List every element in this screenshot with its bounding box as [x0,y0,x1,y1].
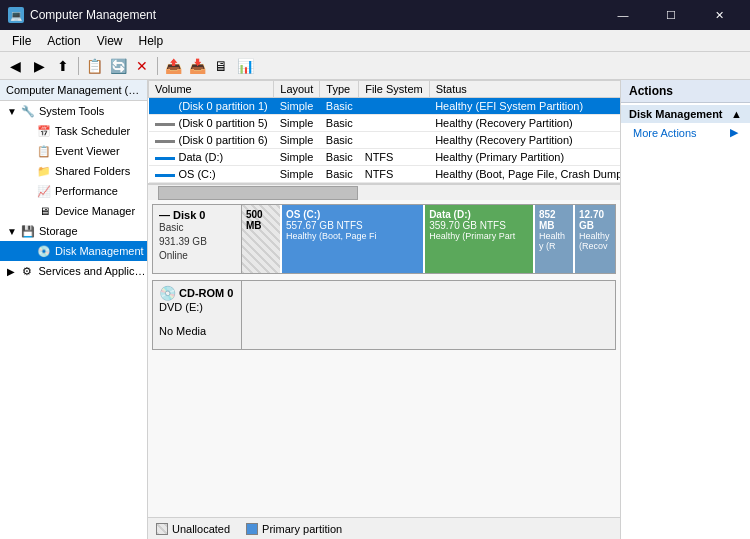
disk0-size: 931.39 GB [159,235,235,249]
legend-primary-box [246,523,258,535]
maximize-button[interactable]: ☐ [648,0,694,30]
cell-volume: (Disk 0 partition 1) [149,98,274,115]
col-status[interactable]: Status [429,81,620,98]
cell-type: Basic [320,132,359,149]
partition-unalloc[interactable]: 500 MB [242,205,282,273]
menu-bar: File Action View Help [0,30,750,52]
item-icon: 💾 [20,223,36,239]
item-icon: 📈 [36,183,52,199]
sidebar-item-event-viewer[interactable]: 📋Event Viewer [0,141,147,161]
actions-panel: Actions Disk Management ▲ More Actions ▶ [620,80,750,539]
cell-filesystem [359,115,429,132]
actions-section-disk: Disk Management ▲ More Actions ▶ [621,103,750,144]
item-icon: 💿 [36,243,52,259]
center-content: Volume Layout Type File System Status (D… [148,80,620,539]
toolbar-show-hide[interactable]: 📋 [83,55,105,77]
disk0-row: ― Disk 0 Basic 931.39 GB Online 500 MB O… [152,204,616,274]
partition-indicator [155,174,175,177]
col-layout[interactable]: Layout [274,81,320,98]
app-icon: 💻 [8,7,24,23]
partition-os[interactable]: OS (C:) 557.67 GB NTFS Healthy (Boot, Pa… [282,205,425,273]
h-scroll-thumb[interactable] [158,186,358,200]
toolbar-properties[interactable]: 📥 [186,55,208,77]
toolbar-forward[interactable]: ▶ [28,55,50,77]
title-bar-title: Computer Management [30,8,156,22]
sidebar-header: Computer Management (Local [0,80,147,101]
actions-arrow-icon: ▶ [730,126,738,139]
expand-icon[interactable]: ▼ [4,226,20,237]
menu-action[interactable]: Action [39,32,88,50]
cell-status: Healthy (Recovery Partition) [429,115,620,132]
legend-bar: Unallocated Primary partition [148,517,620,539]
sidebar-item-task-scheduler[interactable]: 📅Task Scheduler [0,121,147,141]
item-label: Services and Applications [38,265,147,277]
actions-header: Actions [621,80,750,103]
sidebar-item-storage[interactable]: ▼💾Storage [0,221,147,241]
actions-section-disk-title[interactable]: Disk Management ▲ [621,105,750,123]
cell-type: Basic [320,149,359,166]
title-bar: 💻 Computer Management — ☐ ✕ [0,0,750,30]
toolbar-stop[interactable]: ✕ [131,55,153,77]
col-type[interactable]: Type [320,81,359,98]
partition-indicator [155,106,175,109]
table-row[interactable]: (Disk 0 partition 6) Simple Basic Health… [149,132,621,149]
cell-layout: Simple [274,166,320,183]
sidebar-item-performance[interactable]: 📈Performance [0,181,147,201]
cdrom-drive: DVD (E:) [159,301,235,313]
toolbar-back[interactable]: ◀ [4,55,26,77]
table-row[interactable]: (Disk 0 partition 1) Simple Basic Health… [149,98,621,115]
disk0-partitions: 500 MB OS (C:) 557.67 GB NTFS Healthy (B… [242,204,616,274]
cell-filesystem [359,132,429,149]
toolbar-sep2 [157,57,158,75]
menu-help[interactable]: Help [131,32,172,50]
minimize-button[interactable]: — [600,0,646,30]
cell-volume: (Disk 0 partition 6) [149,132,274,149]
legend-primary-label: Primary partition [262,523,342,535]
menu-view[interactable]: View [89,32,131,50]
disk0-info: ― Disk 0 Basic 931.39 GB Online [152,204,242,274]
item-icon: 🖥 [36,203,52,219]
sidebar-item-system-tools[interactable]: ▼🔧System Tools [0,101,147,121]
expand-icon[interactable]: ▶ [3,266,19,277]
horizontal-scrollbar[interactable] [148,184,620,200]
cell-type: Basic [320,115,359,132]
toolbar-up[interactable]: ⬆ [52,55,74,77]
toolbar-export[interactable]: 📤 [162,55,184,77]
actions-more-link[interactable]: More Actions ▶ [621,123,750,142]
content-area: Volume Layout Type File System Status (D… [148,80,750,539]
main-layout: Computer Management (Local ▼🔧System Tool… [0,80,750,539]
toolbar-help[interactable]: 🖥 [210,55,232,77]
actions-collapse-icon: ▲ [731,108,742,120]
sidebar-item-shared-folders[interactable]: 📁Shared Folders [0,161,147,181]
item-icon: 📅 [36,123,52,139]
sidebar-item-disk-management[interactable]: 💿Disk Management [0,241,147,261]
col-filesystem[interactable]: File System [359,81,429,98]
partition-recovery2[interactable]: 12.70 GB Healthy (Recov [575,205,615,273]
cdrom-row: 💿 CD-ROM 0 DVD (E:) No Media [152,280,616,350]
close-button[interactable]: ✕ [696,0,742,30]
cdrom-name: CD-ROM 0 [179,287,233,299]
legend-primary: Primary partition [246,523,342,535]
toolbar: ◀ ▶ ⬆ 📋 🔄 ✕ 📤 📥 🖥 📊 [0,52,750,80]
table-row[interactable]: OS (C:) Simple Basic NTFS Healthy (Boot,… [149,166,621,183]
item-label: Event Viewer [55,145,120,157]
partition-data[interactable]: Data (D:) 359.70 GB NTFS Healthy (Primar… [425,205,535,273]
expand-icon[interactable]: ▼ [4,106,20,117]
cdrom-media-area [242,280,616,350]
cell-layout: Simple [274,132,320,149]
sidebar-item-device-manager[interactable]: 🖥Device Manager [0,201,147,221]
cell-type: Basic [320,166,359,183]
item-label: System Tools [39,105,104,117]
cell-volume: (Disk 0 partition 5) [149,115,274,132]
sidebar-item-services-and-applications[interactable]: ▶⚙Services and Applications [0,261,147,281]
table-row[interactable]: (Disk 0 partition 5) Simple Basic Health… [149,115,621,132]
col-volume[interactable]: Volume [149,81,274,98]
table-row[interactable]: Data (D:) Simple Basic NTFS Healthy (Pri… [149,149,621,166]
item-icon: 📋 [36,143,52,159]
partition-recovery1[interactable]: 852 MB Healthy (R [535,205,575,273]
toolbar-refresh[interactable]: 🔄 [107,55,129,77]
item-label: Performance [55,185,118,197]
menu-file[interactable]: File [4,32,39,50]
disk-visual-area: ― Disk 0 Basic 931.39 GB Online 500 MB O… [148,200,620,517]
toolbar-extra[interactable]: 📊 [234,55,256,77]
